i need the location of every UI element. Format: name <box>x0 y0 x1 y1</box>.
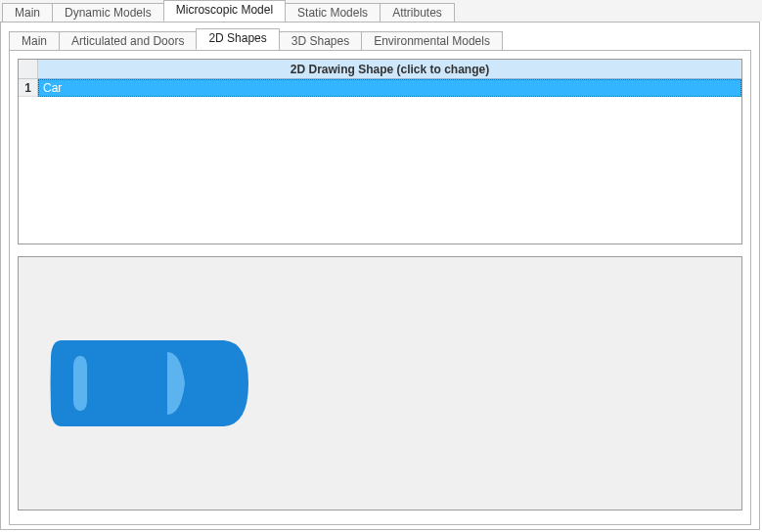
inner-tab-3d-shapes[interactable]: 3D Shapes <box>279 31 362 51</box>
inner-tab-environmental-models[interactable]: Environmental Models <box>361 31 503 51</box>
shape-preview-panel <box>18 256 742 510</box>
grid-column-header[interactable]: 2D Drawing Shape (click to change) <box>38 60 741 79</box>
shapes-grid: 2D Drawing Shape (click to change) 1 Car <box>18 59 742 244</box>
table-row: 1 Car <box>19 79 741 97</box>
inner-tab-bar: Main Articulated and Doors 2D Shapes 3D … <box>9 28 751 50</box>
outer-tab-bar: Main Dynamic Models Microscopic Model St… <box>0 0 762 22</box>
inner-tab-articulated-doors[interactable]: Articulated and Doors <box>59 31 197 51</box>
tab-main[interactable]: Main <box>2 3 53 22</box>
car-top-view-icon <box>48 334 253 432</box>
tab-static-models[interactable]: Static Models <box>285 3 381 22</box>
inner-tab-panel: 2D Drawing Shape (click to change) 1 Car <box>9 50 751 525</box>
tab-dynamic-models[interactable]: Dynamic Models <box>52 3 164 22</box>
grid-header-row: 2D Drawing Shape (click to change) <box>19 60 741 79</box>
outer-tab-panel: Main Articulated and Doors 2D Shapes 3D … <box>0 22 760 530</box>
car-rear-window-shape <box>73 356 87 411</box>
grid-corner-cell <box>19 60 38 79</box>
inner-tab-main[interactable]: Main <box>9 31 60 51</box>
grid-cell-shape-value[interactable]: Car <box>38 79 741 97</box>
tab-attributes[interactable]: Attributes <box>380 3 455 22</box>
tab-microscopic-model[interactable]: Microscopic Model <box>163 0 286 22</box>
grid-row-number[interactable]: 1 <box>19 79 38 97</box>
inner-tab-2d-shapes[interactable]: 2D Shapes <box>196 28 279 50</box>
